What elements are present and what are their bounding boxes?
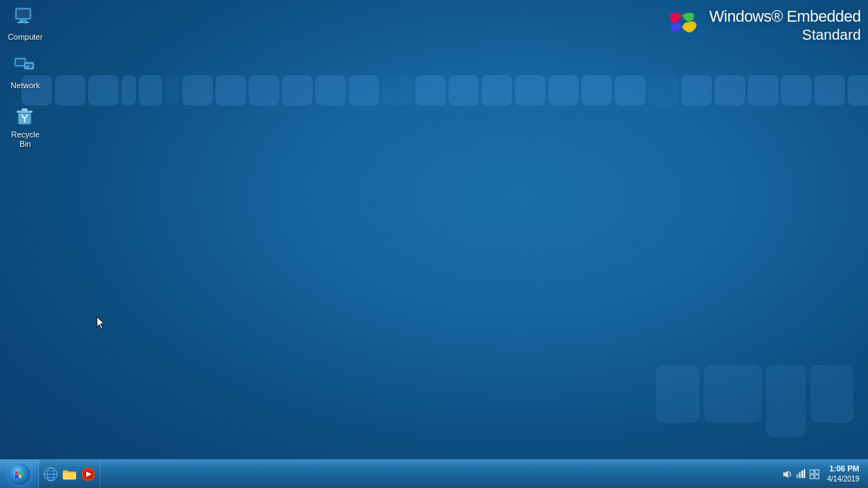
svg-rect-28 [814,469,818,473]
network-label: Network [11,81,40,90]
clock-date: 4/14/2019 [827,474,860,484]
network-icon[interactable]: Network [4,52,47,93]
windows-text-line1: Windows® Embedded [710,7,861,25]
decorative-squares-bar [0,72,868,108]
tray-icons [781,468,820,480]
windows-text-line2: Standard [710,26,861,43]
network-tray-icon[interactable] [795,468,807,480]
svg-rect-1 [17,9,30,18]
desktop: Computer Network Recycle Bin [0,0,868,459]
recycle-bin-icon[interactable]: Recycle Bin [4,101,47,152]
windows-flag-icon [668,8,702,43]
mouse-cursor [96,316,105,330]
svg-rect-4 [22,20,25,22]
volume-tray-icon[interactable] [781,468,793,480]
windows-logo: Windows® Embedded Standard [668,7,861,43]
system-tray: 1:06 PM 4/14/2019 [777,460,869,488]
media-player-quick-launch[interactable] [80,466,97,483]
start-button[interactable] [0,460,39,489]
folder-quick-launch[interactable] [61,466,78,483]
ie-quick-launch[interactable] [42,466,59,483]
computer-label: Computer [8,33,43,42]
svg-rect-12 [22,108,27,111]
start-orb [9,463,30,485]
svg-rect-25 [801,470,803,478]
decorative-squares-br [656,365,854,437]
show-desktop-icon[interactable] [809,468,820,480]
system-clock[interactable]: 1:06 PM 4/14/2019 [823,463,864,484]
windows-embedded-text: Windows® Embedded Standard [710,7,861,43]
svg-marker-22 [783,470,788,478]
clock-time: 1:06 PM [827,463,860,474]
svg-rect-23 [796,474,798,478]
svg-rect-24 [799,472,801,478]
svg-rect-26 [804,469,805,478]
taskbar: 1:06 PM 4/14/2019 [0,459,868,488]
computer-icon[interactable]: Computer [4,4,47,45]
quick-launch-area [39,460,101,488]
svg-rect-11 [17,111,33,113]
svg-rect-30 [814,474,818,478]
svg-rect-27 [809,469,813,473]
recycle-bin-label: Recycle Bin [7,130,44,149]
svg-rect-29 [809,474,813,478]
svg-rect-8 [25,64,33,68]
svg-rect-6 [16,59,25,65]
